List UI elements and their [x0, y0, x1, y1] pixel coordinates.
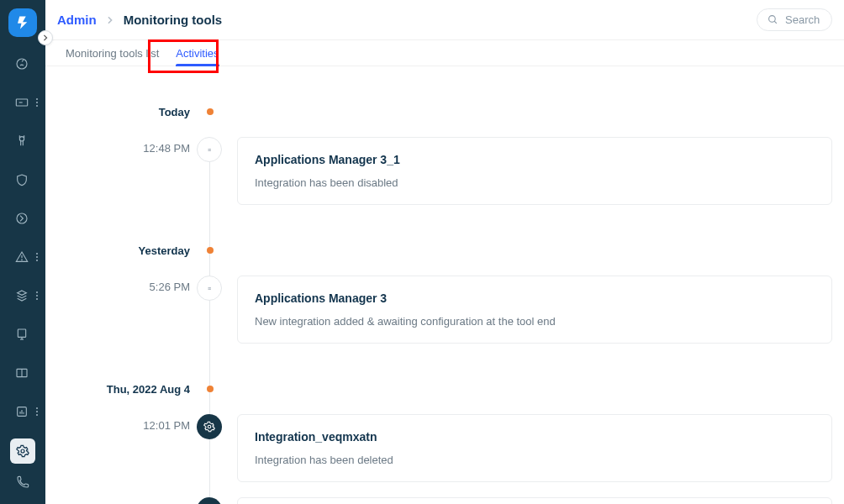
activity-description: Integration has been deleted — [255, 454, 815, 466]
gear-node-icon — [197, 414, 222, 439]
day-header: Thu, 2022 Aug 4 — [45, 379, 844, 399]
sidebar-item-alerts[interactable] — [9, 245, 36, 269]
activity-description: Integration has been disabled — [255, 176, 815, 189]
svg-point-9 — [17, 213, 27, 223]
day-header: Yesterday — [45, 240, 844, 260]
sidebar-item-changes[interactable] — [9, 207, 36, 230]
svg-rect-12 — [18, 329, 25, 337]
day-label: Yesterday — [45, 244, 190, 257]
sidebar-item-dashboard[interactable] — [9, 52, 36, 76]
breadcrumb-admin-link[interactable]: Admin — [57, 13, 97, 27]
activity-card: Integration_veqmxatn Integration has bee… — [237, 414, 832, 482]
header: Admin Monitoring tools Search — [45, 0, 844, 40]
activity-entry: 5:26 PM ≡ Applications Manager 3 New int… — [45, 276, 844, 344]
sidebar-toggle[interactable] — [38, 30, 53, 45]
activity-entry: 12:48 PM ≡ Applications Manager 3_1 Inte… — [45, 137, 844, 205]
timeline-line — [209, 150, 210, 504]
sidebar-item-problems[interactable] — [9, 129, 36, 153]
svg-point-21 — [21, 449, 24, 453]
activity-time: 12:01 PM — [45, 414, 190, 432]
chevron-right-icon — [107, 13, 113, 27]
search-input[interactable]: Search — [757, 8, 832, 31]
tabs: Monitoring tools list Activities — [45, 40, 844, 66]
activity-entry: 12:01 PM Integration_veqmxatn Integratio… — [45, 414, 844, 482]
svg-point-11 — [22, 260, 23, 260]
activity-title: Integration_veqmxatn — [255, 430, 815, 444]
sidebar — [0, 0, 45, 504]
day-label: Thu, 2022 Aug 4 — [45, 383, 190, 396]
svg-point-22 — [769, 16, 776, 23]
activities-content: Today 12:48 PM ≡ Applications Manager 3_… — [45, 66, 844, 504]
activity-entry: 11:59 AM Integration_veqmxatn Error Unau… — [45, 497, 844, 504]
svg-line-23 — [774, 21, 777, 24]
day-header: Today — [45, 102, 844, 122]
svg-point-0 — [17, 59, 27, 69]
breadcrumb-current: Monitoring tools — [124, 13, 222, 27]
activity-card: Applications Manager 3_1 Integration has… — [237, 137, 832, 205]
gear-node-icon — [197, 497, 222, 504]
activity-time: 11:59 AM — [45, 497, 190, 504]
search-placeholder: Search — [785, 13, 820, 26]
sidebar-item-cmdb[interactable] — [9, 323, 36, 346]
sidebar-item-solutions[interactable] — [9, 361, 36, 385]
integration-node-icon: ≡ — [197, 276, 222, 301]
sidebar-item-security[interactable] — [9, 168, 36, 192]
activity-card: Integration_veqmxatn Error Unauthorised … — [237, 497, 832, 504]
breadcrumb: Admin Monitoring tools — [57, 13, 222, 27]
day-dot-icon — [207, 386, 214, 392]
sidebar-item-tickets[interactable] — [9, 91, 36, 114]
day-dot-icon — [207, 247, 214, 254]
day-label: Today — [45, 106, 190, 118]
integration-node-icon: ≡ — [197, 137, 222, 162]
activity-time: 12:48 PM — [45, 137, 190, 155]
activity-title: Applications Manager 3_1 — [255, 153, 815, 166]
sidebar-item-admin[interactable] — [10, 438, 35, 464]
activity-card: Applications Manager 3 New integration a… — [237, 276, 832, 344]
tab-activities[interactable]: Activities — [167, 40, 227, 66]
day-dot-icon — [207, 108, 214, 115]
sidebar-item-reports[interactable] — [9, 400, 36, 423]
activity-title: Applications Manager 3 — [255, 291, 815, 305]
svg-point-4 — [19, 137, 24, 141]
activity-time: 5:26 PM — [45, 276, 190, 293]
svg-line-1 — [22, 60, 24, 61]
svg-point-24 — [208, 425, 211, 428]
sidebar-item-assets[interactable] — [9, 284, 36, 307]
activity-description: New integration added & awaiting configu… — [255, 315, 815, 328]
sidebar-item-phone[interactable] — [10, 470, 35, 494]
tab-monitoring-tools-list[interactable]: Monitoring tools list — [57, 40, 167, 66]
app-logo[interactable] — [8, 8, 37, 37]
